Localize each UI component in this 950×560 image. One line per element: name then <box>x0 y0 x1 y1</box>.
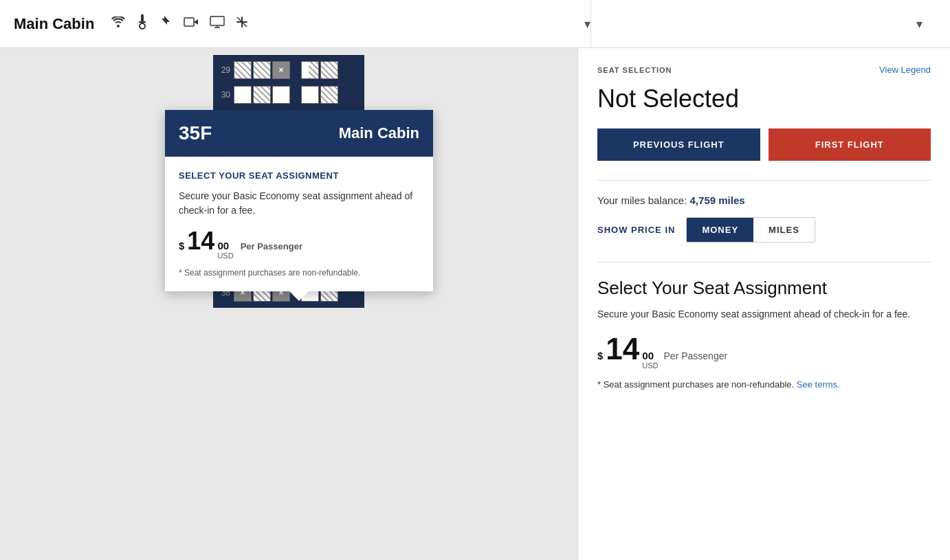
divider-2 <box>597 262 931 262</box>
seat[interactable] <box>301 61 319 79</box>
miles-value: 4,759 miles <box>690 194 745 206</box>
right-note-text: * Seat assignment purchases are non-refu… <box>597 379 794 390</box>
main-content: 29 × 30 <box>0 48 950 560</box>
tooltip-subtitle: SELECT YOUR SEAT ASSIGNMENT <box>179 170 419 181</box>
cabin-title: Main Cabin <box>14 15 94 33</box>
right-note: * Seat assignment purchases are non-refu… <box>597 379 931 390</box>
svg-rect-4 <box>184 18 194 26</box>
show-price-row: SHOW PRICE IN MONEY MILES <box>597 217 931 243</box>
toggle-money-button[interactable]: MONEY <box>687 218 753 242</box>
seat-map-area: 29 × 30 <box>0 48 577 560</box>
tooltip-price: $ 14 00 USD Per Passenger <box>179 229 419 260</box>
price-toggle: MONEY MILES <box>686 217 815 243</box>
right-price-dollar: $ <box>597 350 603 361</box>
seat-selection-header: SEAT SELECTION View Legend <box>597 65 931 75</box>
seat[interactable] <box>320 86 338 104</box>
show-price-label: SHOW PRICE IN <box>597 225 675 235</box>
tooltip-header: 35F Main Cabin <box>165 110 433 157</box>
svg-rect-1 <box>139 21 146 23</box>
svg-rect-0 <box>141 14 144 21</box>
svg-marker-5 <box>194 19 198 25</box>
assign-description: Secure your Basic Economy seat assignmen… <box>597 307 931 322</box>
amenity-icons <box>111 14 248 33</box>
right-price-cents: 00 <box>642 350 654 361</box>
header-right-chevron-icon[interactable]: ▾ <box>916 16 923 32</box>
assign-section-title: Select Your Seat Assignment <box>597 278 931 299</box>
seat[interactable] <box>320 61 338 79</box>
wifi-icon <box>111 16 126 31</box>
see-terms-link[interactable]: See terms. <box>797 379 840 390</box>
header-right: ▾ <box>591 16 936 32</box>
flight-buttons: PREVIOUS FLIGHT FIRST FLIGHT <box>597 128 931 161</box>
price-cents: 00 <box>217 240 229 251</box>
usb-icon <box>137 14 148 33</box>
video-icon <box>184 16 199 31</box>
price-main-value: 14 <box>187 229 214 254</box>
seat[interactable] <box>234 61 252 79</box>
right-price-per-passenger: Per Passenger <box>664 350 728 361</box>
seat-tooltip: 35F Main Cabin SELECT YOUR SEAT ASSIGNME… <box>165 110 433 291</box>
seat[interactable] <box>272 86 290 104</box>
not-selected-title: Not Selected <box>597 85 931 113</box>
tooltip-arrow <box>289 291 309 301</box>
monitor-icon <box>210 16 225 32</box>
divider-1 <box>597 180 931 181</box>
right-price-currency: USD <box>642 361 658 370</box>
tooltip-body: SELECT YOUR SEAT ASSIGNMENT Secure your … <box>165 157 433 291</box>
tooltip-note: * Seat assignment purchases are non-refu… <box>179 268 419 278</box>
price-per-passenger: Per Passenger <box>241 241 302 251</box>
svg-rect-6 <box>210 16 224 25</box>
tooltip-seat-id: 35F <box>179 122 212 144</box>
seat[interactable] <box>234 86 252 104</box>
first-flight-button[interactable]: FIRST FLIGHT <box>769 128 931 161</box>
tooltip-cabin-name: Main Cabin <box>339 124 419 142</box>
power-icon <box>159 14 173 33</box>
view-legend-link[interactable]: View Legend <box>879 65 931 75</box>
header-left: Main Cabin <box>14 0 591 47</box>
price-currency: USD <box>217 251 233 260</box>
miles-balance: Your miles balance: 4,759 miles <box>597 194 931 206</box>
toggle-miles-button[interactable]: MILES <box>753 218 815 242</box>
right-panel-price: $ 14 00 USD Per Passenger <box>597 334 931 370</box>
right-panel: SEAT SELECTION View Legend Not Selected … <box>577 48 950 560</box>
tooltip-description: Secure your Basic Economy seat assignmen… <box>179 189 419 218</box>
seat-row-29: 29 × <box>213 58 364 82</box>
previous-flight-button[interactable]: PREVIOUS FLIGHT <box>597 128 760 161</box>
seat-row-30: 30 <box>213 82 364 107</box>
header-chevron-icon[interactable]: ▾ <box>584 16 590 32</box>
miles-label: Your miles balance: <box>597 194 690 206</box>
price-dollar-sign: $ <box>179 240 184 251</box>
svg-point-2 <box>140 23 145 29</box>
right-price-main: 14 <box>606 334 639 364</box>
seat[interactable] <box>253 86 271 104</box>
seat-selection-label: SEAT SELECTION <box>597 66 672 74</box>
seat[interactable] <box>253 61 271 79</box>
seat-unavailable: × <box>272 61 290 79</box>
seat[interactable] <box>301 86 319 104</box>
no-feature-icon <box>236 16 248 32</box>
top-header: Main Cabin <box>0 0 950 48</box>
